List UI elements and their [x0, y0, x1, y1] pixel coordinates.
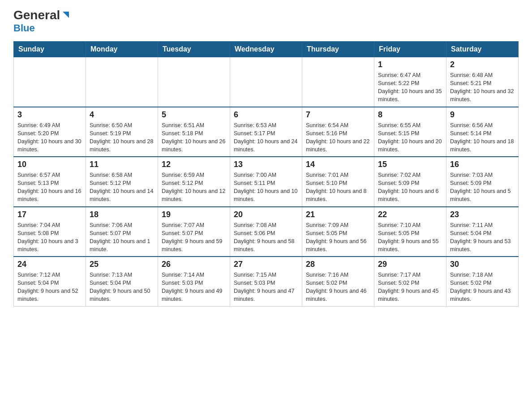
calendar-cell: 16Sunrise: 7:03 AM Sunset: 5:09 PM Dayli…: [446, 157, 519, 207]
calendar-week-row: 17Sunrise: 7:04 AM Sunset: 5:08 PM Dayli…: [14, 207, 519, 257]
day-number: 26: [162, 260, 226, 269]
calendar-cell: 19Sunrise: 7:07 AM Sunset: 5:07 PM Dayli…: [158, 207, 230, 257]
calendar-cell: 29Sunrise: 7:17 AM Sunset: 5:02 PM Dayli…: [374, 257, 446, 306]
sun-info: Sunrise: 6:50 AM Sunset: 5:19 PM Dayligh…: [90, 121, 154, 154]
sun-info: Sunrise: 7:07 AM Sunset: 5:07 PM Dayligh…: [162, 221, 226, 254]
weekday-header-saturday: Saturday: [446, 42, 519, 57]
sun-info: Sunrise: 7:03 AM Sunset: 5:09 PM Dayligh…: [450, 171, 515, 204]
calendar-cell: 23Sunrise: 7:11 AM Sunset: 5:04 PM Dayli…: [446, 207, 519, 257]
sun-info: Sunrise: 7:11 AM Sunset: 5:04 PM Dayligh…: [450, 221, 515, 254]
sun-info: Sunrise: 7:08 AM Sunset: 5:06 PM Dayligh…: [234, 221, 298, 254]
calendar-cell: 13Sunrise: 7:00 AM Sunset: 5:11 PM Dayli…: [230, 157, 302, 207]
calendar-cell: 9Sunrise: 6:56 AM Sunset: 5:14 PM Daylig…: [446, 107, 519, 157]
sun-info: Sunrise: 7:02 AM Sunset: 5:09 PM Dayligh…: [378, 171, 442, 204]
calendar-cell: 5Sunrise: 6:51 AM Sunset: 5:18 PM Daylig…: [158, 107, 230, 157]
sun-info: Sunrise: 6:55 AM Sunset: 5:15 PM Dayligh…: [378, 121, 442, 154]
sun-info: Sunrise: 6:48 AM Sunset: 5:21 PM Dayligh…: [450, 71, 515, 104]
sun-info: Sunrise: 6:58 AM Sunset: 5:12 PM Dayligh…: [90, 171, 154, 204]
sun-info: Sunrise: 7:00 AM Sunset: 5:11 PM Dayligh…: [234, 171, 298, 204]
sun-info: Sunrise: 6:53 AM Sunset: 5:17 PM Dayligh…: [234, 121, 298, 154]
day-number: 29: [378, 260, 442, 269]
day-number: 20: [234, 210, 298, 219]
day-number: 3: [17, 110, 82, 120]
calendar-cell: 12Sunrise: 6:59 AM Sunset: 5:12 PM Dayli…: [158, 157, 230, 207]
day-number: 10: [17, 160, 82, 169]
sun-info: Sunrise: 7:01 AM Sunset: 5:10 PM Dayligh…: [306, 171, 370, 204]
day-number: 28: [306, 260, 370, 269]
calendar-cell: 24Sunrise: 7:12 AM Sunset: 5:04 PM Dayli…: [14, 257, 86, 306]
day-number: 1: [378, 60, 442, 69]
weekday-header-wednesday: Wednesday: [230, 42, 302, 57]
sun-info: Sunrise: 7:09 AM Sunset: 5:05 PM Dayligh…: [306, 221, 370, 254]
calendar-cell: 30Sunrise: 7:18 AM Sunset: 5:02 PM Dayli…: [446, 257, 519, 306]
day-number: 11: [90, 160, 154, 169]
sun-info: Sunrise: 7:12 AM Sunset: 5:04 PM Dayligh…: [17, 271, 82, 304]
sun-info: Sunrise: 7:10 AM Sunset: 5:05 PM Dayligh…: [378, 221, 442, 254]
calendar-cell: 27Sunrise: 7:15 AM Sunset: 5:03 PM Dayli…: [230, 257, 302, 306]
sun-info: Sunrise: 7:14 AM Sunset: 5:03 PM Dayligh…: [162, 271, 226, 304]
day-number: 27: [234, 260, 298, 269]
sun-info: Sunrise: 6:57 AM Sunset: 5:13 PM Dayligh…: [17, 171, 82, 204]
sun-info: Sunrise: 7:16 AM Sunset: 5:02 PM Dayligh…: [306, 271, 370, 304]
day-number: 15: [378, 160, 442, 169]
sun-info: Sunrise: 7:13 AM Sunset: 5:04 PM Dayligh…: [90, 271, 154, 304]
calendar-cell: 1Sunrise: 6:47 AM Sunset: 5:22 PM Daylig…: [374, 57, 446, 107]
sun-info: Sunrise: 6:59 AM Sunset: 5:12 PM Dayligh…: [162, 171, 226, 204]
weekday-header-monday: Monday: [86, 42, 158, 57]
day-number: 16: [450, 160, 515, 169]
sun-info: Sunrise: 6:51 AM Sunset: 5:18 PM Dayligh…: [162, 121, 226, 154]
sun-info: Sunrise: 6:56 AM Sunset: 5:14 PM Dayligh…: [450, 121, 515, 154]
calendar-cell: 8Sunrise: 6:55 AM Sunset: 5:15 PM Daylig…: [374, 107, 446, 157]
calendar-week-row: 1Sunrise: 6:47 AM Sunset: 5:22 PM Daylig…: [14, 57, 519, 107]
calendar-cell: 14Sunrise: 7:01 AM Sunset: 5:10 PM Dayli…: [302, 157, 374, 207]
calendar-cell: 10Sunrise: 6:57 AM Sunset: 5:13 PM Dayli…: [14, 157, 86, 207]
calendar-cell: 26Sunrise: 7:14 AM Sunset: 5:03 PM Dayli…: [158, 257, 230, 306]
calendar-cell: [230, 57, 302, 107]
day-number: 24: [17, 260, 82, 269]
calendar-cell: 25Sunrise: 7:13 AM Sunset: 5:04 PM Dayli…: [86, 257, 158, 306]
calendar-cell: 21Sunrise: 7:09 AM Sunset: 5:05 PM Dayli…: [302, 207, 374, 257]
calendar-cell: 3Sunrise: 6:49 AM Sunset: 5:20 PM Daylig…: [14, 107, 86, 157]
day-number: 6: [234, 110, 298, 120]
logo-blue-text: Blue: [13, 22, 35, 34]
day-number: 8: [378, 110, 442, 120]
weekday-header-friday: Friday: [374, 42, 446, 57]
day-number: 30: [450, 260, 515, 269]
calendar-cell: 15Sunrise: 7:02 AM Sunset: 5:09 PM Dayli…: [374, 157, 446, 207]
day-number: 13: [234, 160, 298, 169]
day-number: 7: [306, 110, 370, 120]
calendar-cell: 2Sunrise: 6:48 AM Sunset: 5:21 PM Daylig…: [446, 57, 519, 107]
day-number: 21: [306, 210, 370, 219]
calendar-cell: 17Sunrise: 7:04 AM Sunset: 5:08 PM Dayli…: [14, 207, 86, 257]
logo: General Blue: [13, 9, 71, 34]
calendar-cell: 11Sunrise: 6:58 AM Sunset: 5:12 PM Dayli…: [86, 157, 158, 207]
day-number: 5: [162, 110, 226, 120]
sun-info: Sunrise: 7:17 AM Sunset: 5:02 PM Dayligh…: [378, 271, 442, 304]
calendar-cell: [14, 57, 86, 107]
calendar-cell: 7Sunrise: 6:54 AM Sunset: 5:16 PM Daylig…: [302, 107, 374, 157]
calendar-cell: 18Sunrise: 7:06 AM Sunset: 5:07 PM Dayli…: [86, 207, 158, 257]
logo-general-text: General: [13, 9, 60, 21]
calendar-cell: 28Sunrise: 7:16 AM Sunset: 5:02 PM Dayli…: [302, 257, 374, 306]
calendar-cell: 22Sunrise: 7:10 AM Sunset: 5:05 PM Dayli…: [374, 207, 446, 257]
day-number: 12: [162, 160, 226, 169]
day-number: 23: [450, 210, 515, 219]
sun-info: Sunrise: 7:15 AM Sunset: 5:03 PM Dayligh…: [234, 271, 298, 304]
calendar-week-row: 24Sunrise: 7:12 AM Sunset: 5:04 PM Dayli…: [14, 257, 519, 306]
calendar-week-row: 3Sunrise: 6:49 AM Sunset: 5:20 PM Daylig…: [14, 107, 519, 157]
sun-info: Sunrise: 7:06 AM Sunset: 5:07 PM Dayligh…: [90, 221, 154, 254]
svg-marker-0: [63, 12, 69, 18]
calendar-cell: [158, 57, 230, 107]
day-number: 9: [450, 110, 515, 120]
day-number: 4: [90, 110, 154, 120]
calendar-cell: 4Sunrise: 6:50 AM Sunset: 5:19 PM Daylig…: [86, 107, 158, 157]
day-number: 19: [162, 210, 226, 219]
sun-info: Sunrise: 6:47 AM Sunset: 5:22 PM Dayligh…: [378, 71, 442, 104]
sun-info: Sunrise: 6:54 AM Sunset: 5:16 PM Dayligh…: [306, 121, 370, 154]
day-number: 2: [450, 60, 515, 69]
calendar-cell: [302, 57, 374, 107]
day-number: 17: [17, 210, 82, 219]
calendar-cell: 6Sunrise: 6:53 AM Sunset: 5:17 PM Daylig…: [230, 107, 302, 157]
day-number: 18: [90, 210, 154, 219]
day-number: 14: [306, 160, 370, 169]
